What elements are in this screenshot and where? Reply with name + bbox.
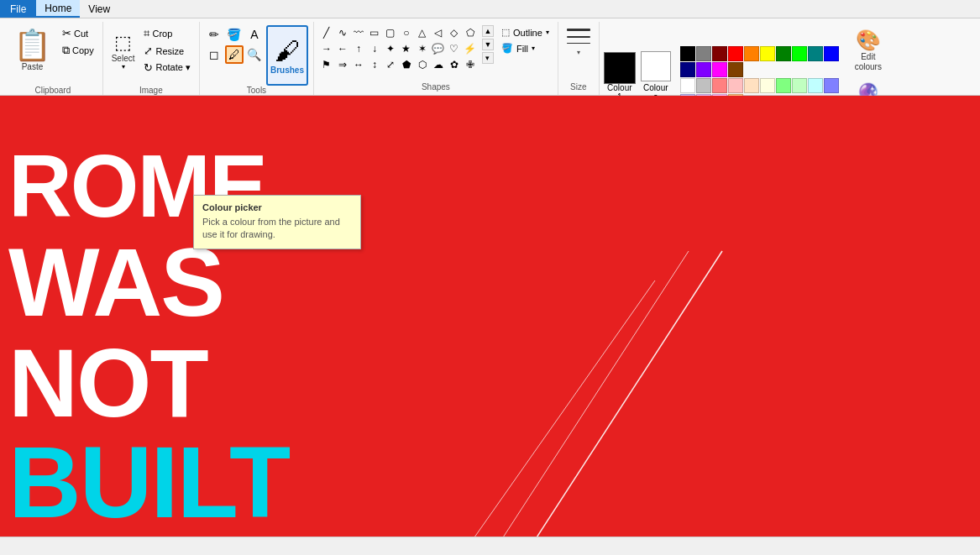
size-line-1[interactable] xyxy=(567,43,590,44)
shape-diamond[interactable]: ◇ xyxy=(447,25,462,40)
size-down-arrow: ▾ xyxy=(577,49,580,56)
color-mint[interactable] xyxy=(792,78,807,93)
color-darkred[interactable] xyxy=(712,46,727,61)
scroll-all[interactable]: ▾ xyxy=(482,52,494,64)
color-silver[interactable] xyxy=(696,78,711,93)
scroll-down[interactable]: ▼ xyxy=(482,39,494,50)
shape-rect[interactable]: ▭ xyxy=(367,25,382,40)
shape-arrow-r[interactable]: → xyxy=(319,41,334,56)
shapes-row-3: ⚑ ⇒ ↔ ↕ ⤢ ⬟ ⬡ ☁ ✿ ✙ xyxy=(319,57,478,72)
color-red[interactable] xyxy=(728,46,743,61)
paste-button[interactable]: 📋 Paste xyxy=(8,25,56,86)
color1-swatch[interactable] xyxy=(605,53,635,83)
menu-bar: File Home View xyxy=(0,0,980,18)
shape-star5[interactable]: ★ xyxy=(399,41,414,56)
brushes-button[interactable]: 🖌 Brushes xyxy=(266,25,308,86)
shape-arrow-l[interactable]: ← xyxy=(335,41,350,56)
color-periwinkle[interactable] xyxy=(824,78,839,93)
edit-colors-button[interactable]: 🎨 Edit colours xyxy=(841,25,895,76)
color-pink-light[interactable] xyxy=(712,78,727,93)
fill-tool[interactable]: 🪣 xyxy=(225,25,244,44)
color-lime[interactable] xyxy=(792,46,807,61)
color-orange[interactable] xyxy=(744,46,759,61)
shape-star4[interactable]: ✦ xyxy=(383,41,398,56)
shape-custom1[interactable]: ⬟ xyxy=(399,57,414,72)
shapes-group: ╱ ∿ 〰 ▭ ▢ ○ △ ◁ ◇ ⬠ → ← ↑ ↓ ✦ ★ xyxy=(314,22,558,95)
shape-callout[interactable]: 💬 xyxy=(431,41,446,56)
shape-line[interactable]: ╱ xyxy=(319,25,334,40)
rotate-button[interactable]: ↻ Rotate ▾ xyxy=(140,60,193,76)
color-peach[interactable] xyxy=(744,78,759,93)
shape-lrarrow[interactable]: ↔ xyxy=(351,57,366,72)
shape-foururrow[interactable]: ⤢ xyxy=(383,57,398,72)
color-light-cyan[interactable] xyxy=(808,78,823,93)
shapes-row-1: ╱ ∿ 〰 ▭ ▢ ○ △ ◁ ◇ ⬠ xyxy=(319,25,478,40)
menu-view[interactable]: View xyxy=(80,0,118,18)
magnifier-tool[interactable]: 🔍 xyxy=(245,45,264,64)
canvas-area[interactable]: ROME WAS NOT BUILT IN Colour picker Pick… xyxy=(0,96,980,537)
color-navy[interactable] xyxy=(680,62,695,77)
color-light-green[interactable] xyxy=(776,78,791,93)
color-gray[interactable] xyxy=(696,46,711,61)
canvas-content[interactable]: ROME WAS NOT BUILT IN Colour picker Pick… xyxy=(0,96,980,537)
image-btn-col: ⌗ Crop ⤢ Resize ↻ Rotate ▾ xyxy=(140,25,193,76)
color-darkgreen[interactable] xyxy=(776,46,791,61)
outline-fill-col: ⬚ Outline ▾ 🪣 Fill ▾ xyxy=(498,25,553,55)
color-cream[interactable] xyxy=(760,78,775,93)
size-line-3[interactable] xyxy=(567,29,590,31)
shape-arrow-u[interactable]: ↑ xyxy=(351,41,366,56)
tooltip: Colour picker Pick a colour from the pic… xyxy=(193,195,361,249)
shape-custom3[interactable]: ✿ xyxy=(447,57,462,72)
fill-button[interactable]: 🪣 Fill ▾ xyxy=(498,41,553,55)
color-teal[interactable] xyxy=(808,46,823,61)
size-line-2[interactable] xyxy=(567,36,590,38)
shape-ellipse[interactable]: ○ xyxy=(399,25,414,40)
eraser-tool[interactable]: ◻ xyxy=(205,45,223,64)
shape-triangle[interactable]: △ xyxy=(415,25,430,40)
color-rose[interactable] xyxy=(728,78,743,93)
color-blue[interactable] xyxy=(824,46,839,61)
shape-star6[interactable]: ✶ xyxy=(415,41,430,56)
shape-rttriangle[interactable]: ◁ xyxy=(431,25,446,40)
shape-cloud[interactable]: ☁ xyxy=(431,57,446,72)
color-brown[interactable] xyxy=(728,62,743,77)
shape-arrow-d[interactable]: ↓ xyxy=(367,41,382,56)
color-yellow[interactable] xyxy=(760,46,775,61)
pencil-tool[interactable]: ✏ xyxy=(205,25,223,44)
shape-lightning[interactable]: ⚡ xyxy=(463,41,478,56)
select-button[interactable]: ⬚ Select ▾ xyxy=(108,25,139,86)
color-black[interactable] xyxy=(680,46,695,61)
color-white[interactable] xyxy=(680,78,695,93)
cut-button[interactable]: ✂ Cut xyxy=(59,25,97,41)
copy-button[interactable]: ⧉ Copy xyxy=(59,42,97,59)
crop-button[interactable]: ⌗ Crop xyxy=(140,25,193,42)
shape-curve[interactable]: ∿ xyxy=(335,25,350,40)
shape-custom2[interactable]: ⬡ xyxy=(415,57,430,72)
color-purple[interactable] xyxy=(696,62,711,77)
shape-custom4[interactable]: ✙ xyxy=(463,57,478,72)
shape-heart[interactable]: ♡ xyxy=(447,41,462,56)
shape-freeform[interactable]: 〰 xyxy=(351,25,366,40)
text-tool[interactable]: A xyxy=(245,25,264,44)
color1-col: Colour 1 xyxy=(605,53,635,102)
scroll-up[interactable]: ▲ xyxy=(482,25,494,37)
brushes-icon: 🖌 xyxy=(275,37,300,65)
shape-flag[interactable]: ⚑ xyxy=(319,57,334,72)
shape-pentagon[interactable]: ⬠ xyxy=(463,25,478,40)
menu-file[interactable]: File xyxy=(0,0,36,18)
svg-line-1 xyxy=(495,251,689,537)
color-magenta[interactable] xyxy=(712,62,727,77)
outline-button[interactable]: ⬚ Outline ▾ xyxy=(498,25,553,39)
shape-udarrow[interactable]: ↕ xyxy=(367,57,382,72)
tooltip-text: Pick a colour from the picture and use i… xyxy=(202,216,352,242)
resize-icon: ⤢ xyxy=(144,45,153,57)
size-group: ▾ Size xyxy=(558,22,600,95)
color-picker-tool[interactable]: 🖊 xyxy=(225,45,244,64)
shape-fowarrow[interactable]: ⇒ xyxy=(335,57,350,72)
shape-roundrect[interactable]: ▢ xyxy=(383,25,398,40)
resize-button[interactable]: ⤢ Resize xyxy=(140,43,193,59)
color2-swatch[interactable] xyxy=(641,51,671,81)
outline-label: Outline xyxy=(513,28,542,38)
menu-home[interactable]: Home xyxy=(36,0,80,18)
edit-colors-icon: 🎨 xyxy=(856,29,881,52)
